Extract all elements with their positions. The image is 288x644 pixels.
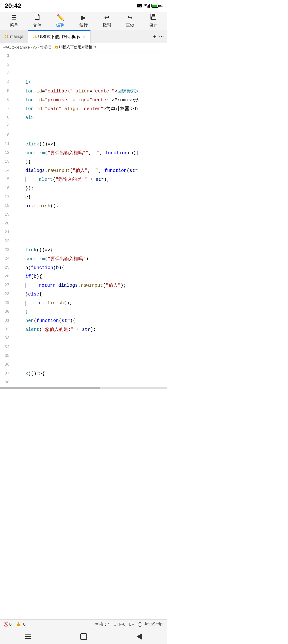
back-icon: [136, 633, 142, 640]
svg-rect-2: [148, 5, 149, 8]
nav-home-button[interactable]: [77, 632, 90, 641]
tab-dialog-name: UI模式下使用对话框.js: [38, 34, 80, 40]
more-options-icon[interactable]: ⋯: [159, 34, 164, 40]
code-line: 32 alert("您输入的是:" + str);: [0, 326, 167, 334]
svg-rect-1: [148, 6, 148, 8]
svg-text:{}: {}: [139, 624, 140, 626]
status-bar: 20:42 HD 5G 93: [0, 0, 167, 12]
code-line: 10: [0, 131, 167, 140]
undo-label: 撤销: [103, 22, 111, 28]
code-line: 33: [0, 334, 167, 343]
edit-label: 编辑: [56, 22, 64, 28]
svg-rect-5: [152, 14, 155, 16]
toolbar: ☰ 菜单 文件 ✏️ 编辑 ▶ 运行 ↩ 撤销 ↪ 重做: [0, 12, 167, 30]
battery-level: 93: [159, 4, 162, 8]
code-line: 11 click(()=>{: [0, 140, 167, 149]
split-view-icon[interactable]: ⊞: [152, 34, 156, 40]
code-line: 6 ton id="promise" align="center">Promis…: [0, 96, 167, 105]
breadcrumb-badge: JS: [54, 46, 58, 49]
code-line: 20: [0, 220, 167, 228]
edit-icon: ✏️: [57, 14, 64, 21]
code-line: 34: [0, 343, 167, 352]
run-label: 运行: [80, 22, 88, 28]
status-icons: HD 5G 93: [137, 3, 162, 9]
breadcrumb-root: @Autox-sample: [3, 45, 30, 50]
toolbar-menu[interactable]: ☰ 菜单: [6, 12, 22, 30]
horizontal-scrollbar[interactable]: [0, 387, 167, 389]
code-line: 21: [0, 228, 167, 237]
code-line: 5 ton id="callback" align="center">回调形式<: [0, 87, 167, 96]
nav-menu-button[interactable]: [21, 632, 35, 641]
tab-dialog-badge: JS: [33, 35, 37, 38]
breadcrumb-v6: v6: [33, 45, 37, 50]
code-line: 17 e{: [0, 193, 167, 202]
tab-close-button[interactable]: ✕: [82, 34, 86, 39]
warning-icon: [16, 622, 21, 626]
code-line: 38: [0, 378, 167, 387]
code-line: 28 }else{: [0, 290, 167, 299]
code-line: 30 }: [0, 308, 167, 317]
menu-icon: ☰: [12, 14, 17, 21]
signal-icon: 5G: [144, 3, 150, 9]
code-line: 25 n(function(b){: [0, 264, 167, 272]
code-line: 29 ui.finish();: [0, 299, 167, 308]
toolbar-file[interactable]: 文件: [29, 12, 45, 30]
code-line: 9: [0, 122, 167, 131]
code-line: 18 ui.finish();: [0, 202, 167, 211]
code-line: 37 k(()=>{: [0, 370, 167, 378]
code-line: 26 if(b){: [0, 272, 167, 281]
run-icon: ▶: [81, 14, 86, 21]
warning-count: 0: [16, 622, 26, 627]
square-icon: [80, 633, 87, 640]
toolbar-run[interactable]: ▶ 运行: [76, 12, 92, 30]
code-line: 16 });: [0, 184, 167, 193]
error-icon: ✕: [4, 622, 8, 626]
tab-main-name: main.js: [10, 34, 23, 39]
code-line: 15 alert("您输入的是:" + str);: [0, 176, 167, 184]
language-info: {} JavaScript: [138, 622, 164, 626]
hamburger-icon: [24, 634, 31, 639]
toolbar-undo[interactable]: ↩ 撤销: [99, 12, 115, 30]
code-line: 2: [0, 61, 167, 70]
menu-label: 菜单: [10, 22, 18, 28]
svg-rect-3: [149, 4, 150, 8]
tab-dialog[interactable]: JS UI模式下使用对话框.js ✕: [28, 30, 90, 43]
code-line: 36: [0, 361, 167, 370]
tab-actions: ⊞ ⋯: [149, 34, 167, 40]
code-line: 4 l>: [0, 78, 167, 87]
nav-back-button[interactable]: [132, 632, 146, 641]
encoding-info: UTF-8: [114, 622, 126, 627]
code-line: 24 confirm("要弹出输入框吗"): [0, 255, 167, 264]
code-line: 12 confirm("要弹出输入框吗?", "", function(b){: [0, 149, 167, 158]
hd-badge: HD: [137, 4, 142, 8]
code-line: 35: [0, 352, 167, 361]
svg-text:5G: 5G: [144, 4, 147, 7]
tab-main[interactable]: JS main.js: [0, 30, 28, 43]
code-line: 3: [0, 70, 167, 78]
nav-bar: [0, 629, 167, 644]
code-line: 19: [0, 211, 167, 220]
code-line: 13 ){: [0, 158, 167, 166]
warning-number: 0: [23, 622, 26, 627]
status-right: 空格：4 UTF-8 LF {} JavaScript: [95, 622, 164, 627]
redo-label: 重做: [126, 22, 134, 28]
undo-icon: ↩: [104, 14, 110, 21]
toolbar-redo[interactable]: ↪ 重做: [122, 12, 138, 30]
battery-icon: 93: [152, 4, 162, 8]
code-line: 31 hen(function(str){: [0, 317, 167, 326]
indent-info: 空格：4: [95, 622, 110, 627]
tab-bar: JS main.js JS UI模式下使用对话框.js ✕ ⊞ ⋯: [0, 30, 167, 43]
redo-icon: ↪: [128, 14, 132, 21]
code-line: 1: [0, 52, 167, 61]
code-line: 14 dialogs.rawInput("输入", "", function(s…: [0, 166, 167, 176]
code-line: 8 al>: [0, 114, 167, 122]
error-count: ✕ 0: [4, 622, 12, 627]
file-label: 文件: [33, 22, 41, 28]
error-number: 0: [9, 622, 12, 627]
save-icon: [150, 14, 156, 22]
toolbar-edit[interactable]: ✏️ 编辑: [52, 12, 68, 30]
toolbar-save[interactable]: 保存: [145, 12, 162, 30]
svg-rect-6: [152, 17, 155, 19]
code-line: 23 lick(()=>{: [0, 246, 167, 255]
breadcrumb-dialog: 对话框: [40, 45, 51, 50]
